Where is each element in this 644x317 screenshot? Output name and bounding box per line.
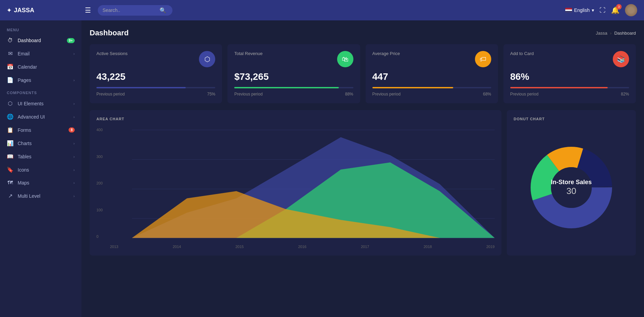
y-label: 400 [96, 128, 109, 132]
period-value: 68% [483, 92, 491, 96]
stat-cards: Active Sessions ⬡ 43,225 Previous period… [90, 44, 636, 103]
sidebar-item-label: Maps [18, 180, 69, 186]
brand: ✦ JASSA [7, 7, 75, 14]
progress-bar-bg [372, 87, 491, 88]
stat-card-value: 86% [510, 71, 629, 82]
x-label: 2016 [298, 245, 306, 249]
sidebar-item-dashboard[interactable]: ⏱ Dashboard 9+ [0, 34, 81, 47]
breadcrumb: Jassa › Dashboard [596, 31, 636, 36]
fullscreen-icon[interactable]: ⛶ [600, 7, 606, 14]
stat-card-footer: Previous period 75% [96, 92, 215, 96]
breadcrumb-separator: › [610, 31, 611, 36]
sidebar-item-forms[interactable]: 📋 Forms 8 [0, 123, 81, 137]
stat-card-footer: Previous period 68% [372, 92, 491, 96]
progress-bar [372, 87, 453, 88]
sidebar-item-maps[interactable]: 🗺 Maps › [0, 176, 81, 189]
sidebar-item-label: Calendar [18, 64, 75, 70]
stat-card-header: Active Sessions ⬡ [96, 51, 215, 67]
x-label: 2017 [361, 245, 369, 249]
progress-bar [510, 87, 608, 88]
x-label: 2014 [173, 245, 181, 249]
notification-button[interactable]: 🔔 3 [611, 6, 620, 14]
language-selector[interactable]: English ▾ [565, 7, 594, 13]
y-axis-labels: 400 300 200 100 0 [96, 126, 109, 239]
x-label: 2015 [236, 245, 244, 249]
sidebar-item-label: Multi Level [18, 193, 69, 199]
page-title: Dashboard [90, 29, 129, 37]
advanced-ui-icon: 🌐 [7, 113, 14, 120]
stat-card-value: 43,225 [96, 71, 215, 82]
breadcrumb-row: Dashboard Jassa › Dashboard [90, 29, 636, 37]
notification-badge: 3 [616, 4, 622, 10]
sidebar-item-label: Advanced UI [18, 114, 69, 120]
brand-icon: ✦ [7, 7, 11, 14]
icons-icon: 🔖 [7, 166, 14, 173]
chevron-right-icon: › [73, 141, 75, 145]
sidebar-item-calendar[interactable]: 📅 Calendar [0, 60, 81, 73]
y-label: 200 [96, 181, 109, 185]
calendar-icon: 📅 [7, 64, 14, 70]
area-chart-card: AREA CHART 400 300 200 100 0 [90, 110, 501, 256]
period-label: Previous period [234, 92, 262, 96]
search-bar: 🔍 [98, 5, 172, 16]
progress-bar [96, 87, 186, 88]
chevron-right-icon: › [73, 115, 75, 119]
stat-card-total-revenue: Total Revenue 🛍 $73,265 Previous period … [227, 44, 360, 103]
donut-chart-svg [520, 137, 622, 239]
chevron-down-icon: ▾ [592, 7, 594, 13]
ui-elements-icon: ⬡ [7, 100, 14, 107]
donut-inner-circle [551, 167, 592, 208]
sidebar-item-tables[interactable]: 📖 Tables › [0, 150, 81, 163]
area-chart-svg [96, 126, 495, 249]
sidebar-item-label: Charts [18, 141, 69, 146]
language-label: English [574, 7, 590, 13]
hamburger-button[interactable]: ☰ [85, 6, 91, 14]
topnav: ✦ JASSA ☰ 🔍 English ▾ ⛶ 🔔 3 [0, 0, 644, 20]
sidebar-item-charts[interactable]: 📊 Charts › [0, 137, 81, 150]
search-input[interactable] [103, 7, 157, 13]
period-value: 75% [207, 92, 215, 96]
total-revenue-icon: 🛍 [337, 51, 353, 67]
stat-card-title: Average Price [372, 51, 400, 56]
x-label: 2019 [486, 245, 495, 249]
sidebar-item-ui-elements[interactable]: ⬡ UI Elements › [0, 97, 81, 110]
chevron-right-icon: › [73, 102, 75, 106]
charts-icon: 📊 [7, 140, 14, 146]
stat-card-footer: Previous period 82% [510, 92, 629, 96]
area-chart-wrap: 400 300 200 100 0 [96, 126, 495, 249]
stat-card-footer: Previous period 88% [234, 92, 353, 96]
average-price-icon: 🏷 [475, 51, 491, 67]
sidebar-item-icons[interactable]: 🔖 Icons › [0, 163, 81, 176]
dashboard-icon: ⏱ [7, 37, 14, 43]
sidebar-item-email[interactable]: ✉ Email › [0, 47, 81, 60]
progress-bar-bg [96, 87, 215, 88]
maps-icon: 🗺 [7, 180, 14, 186]
avatar[interactable] [625, 4, 637, 16]
sidebar-item-label: Tables [18, 154, 69, 159]
chevron-right-icon: › [73, 52, 75, 56]
area-chart-title: AREA CHART [96, 117, 495, 121]
sidebar: MENU ⏱ Dashboard 9+ ✉ Email › 📅 Calendar… [0, 20, 81, 317]
stat-card-title: Add to Card [510, 51, 534, 56]
period-label: Previous period [96, 92, 125, 96]
sidebar-item-pages[interactable]: 📄 Pages › [0, 73, 81, 87]
brand-name: JASSA [14, 7, 34, 14]
charts-row: AREA CHART 400 300 200 100 0 [90, 110, 636, 256]
topnav-right: English ▾ ⛶ 🔔 3 [565, 4, 637, 16]
sidebar-item-label: Pages [18, 77, 69, 83]
chevron-right-icon: › [73, 78, 75, 82]
stat-card-value: 447 [372, 71, 491, 82]
progress-bar [234, 87, 339, 88]
components-section-label: COMPONENTS [0, 87, 81, 97]
chevron-right-icon: › [73, 168, 75, 172]
stat-card-header: Total Revenue 🛍 [234, 51, 353, 67]
donut-wrap: In-Store Sales 30 [514, 126, 629, 249]
chevron-right-icon: › [73, 181, 75, 185]
period-label: Previous period [510, 92, 538, 96]
stat-card-title: Active Sessions [96, 51, 128, 56]
sidebar-item-advanced-ui[interactable]: 🌐 Advanced UI › [0, 110, 81, 123]
search-icon[interactable]: 🔍 [160, 7, 166, 14]
add-to-card-icon: 📚 [613, 51, 629, 67]
sidebar-item-label: Dashboard [18, 38, 63, 43]
sidebar-item-multi-level[interactable]: ↗ Multi Level › [0, 189, 81, 202]
